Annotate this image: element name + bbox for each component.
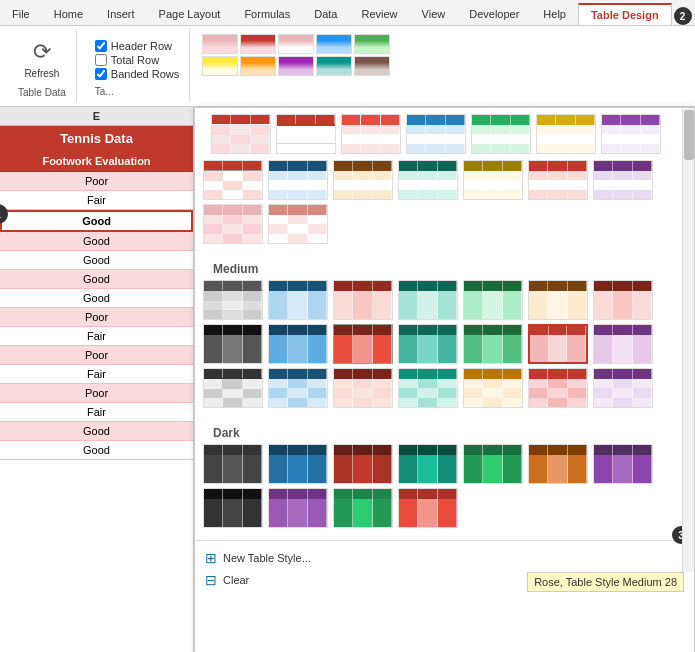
banded-rows-label: Banded Rows bbox=[111, 68, 180, 80]
style-thumb-l2-4[interactable] bbox=[398, 160, 458, 200]
style-thumb-light-3[interactable] bbox=[341, 114, 401, 154]
style-thumb-l2-6[interactable] bbox=[528, 160, 588, 200]
ribbon-thumb-10[interactable] bbox=[354, 56, 390, 76]
style-thumb-m3-7[interactable] bbox=[593, 368, 653, 408]
style-thumb-m2-7[interactable] bbox=[593, 324, 653, 364]
ribbon-thumb-7[interactable] bbox=[240, 56, 276, 76]
spreadsheet-title: Tennis Data bbox=[0, 126, 193, 151]
ribbon-thumb-9[interactable] bbox=[316, 56, 352, 76]
tab-review[interactable]: Review bbox=[349, 3, 409, 25]
style-thumb-m2-1[interactable] bbox=[203, 324, 263, 364]
tab-data[interactable]: Data bbox=[302, 3, 349, 25]
ribbon-thumb-6[interactable] bbox=[202, 56, 238, 76]
refresh-group: ⟳ Refresh Table Data bbox=[8, 30, 77, 102]
tab-page-layout[interactable]: Page Layout bbox=[147, 3, 233, 25]
style-thumb-m2-5[interactable] bbox=[463, 324, 523, 364]
style-thumb-l2-5[interactable] bbox=[463, 160, 523, 200]
tab-insert[interactable]: Insert bbox=[95, 3, 147, 25]
ribbon-thumb-1[interactable] bbox=[202, 34, 238, 54]
style-thumb-light-7[interactable] bbox=[601, 114, 661, 154]
ribbon-thumb-3[interactable] bbox=[278, 34, 314, 54]
tab-table-design[interactable]: Table Design bbox=[578, 3, 672, 25]
style-thumb-l2-7[interactable] bbox=[593, 160, 653, 200]
style-thumb-m1-6[interactable] bbox=[528, 280, 588, 320]
new-table-style-icon: ⊞ bbox=[205, 550, 217, 566]
ribbon-thumb-2[interactable] bbox=[240, 34, 276, 54]
style-thumb-d2-1[interactable] bbox=[203, 488, 263, 528]
new-table-style-button[interactable]: ⊞ New Table Style... bbox=[205, 547, 684, 569]
group-label-2: Ta... bbox=[95, 86, 180, 97]
clear-label: Clear bbox=[223, 574, 249, 586]
style-thumb-d1-3[interactable] bbox=[333, 444, 393, 484]
banded-rows-checkbox[interactable] bbox=[95, 68, 107, 80]
style-thumb-d1-6[interactable] bbox=[528, 444, 588, 484]
group-label-table-data: Table Data bbox=[18, 87, 66, 98]
style-thumb-light-2[interactable] bbox=[276, 114, 336, 154]
tab-view[interactable]: View bbox=[410, 3, 458, 25]
ribbon-thumb-4[interactable] bbox=[316, 34, 352, 54]
ribbon-thumb-8[interactable] bbox=[278, 56, 314, 76]
style-thumb-m1-2[interactable] bbox=[268, 280, 328, 320]
header-row-checkbox[interactable] bbox=[95, 40, 107, 52]
style-thumb-m1-5[interactable] bbox=[463, 280, 523, 320]
style-thumb-d2-2[interactable] bbox=[268, 488, 328, 528]
new-table-style-label: New Table Style... bbox=[223, 552, 311, 564]
refresh-label: Refresh bbox=[24, 68, 59, 79]
badge-2: 2 bbox=[674, 7, 692, 25]
style-thumb-m3-6[interactable] bbox=[528, 368, 588, 408]
scrollbar[interactable] bbox=[682, 108, 694, 572]
spreadsheet-panel: E Tennis Data Footwork Evaluation 1 Poor… bbox=[0, 107, 194, 652]
style-thumb-m1-1[interactable] bbox=[203, 280, 263, 320]
banded-rows-checkbox-row: Banded Rows bbox=[95, 68, 180, 80]
style-thumb-l2-1[interactable] bbox=[203, 160, 263, 200]
tab-file[interactable]: File bbox=[0, 3, 42, 25]
ribbon: File Home Insert Page Layout Formulas Da… bbox=[0, 0, 695, 107]
style-thumb-d2-4[interactable] bbox=[398, 488, 458, 528]
tab-formulas[interactable]: Formulas bbox=[232, 3, 302, 25]
style-thumb-m2-2[interactable] bbox=[268, 324, 328, 364]
style-thumb-m2-6-rose[interactable] bbox=[528, 324, 588, 364]
header-row-checkbox-row: Header Row bbox=[95, 40, 180, 52]
refresh-button[interactable]: ⟳ Refresh bbox=[18, 34, 65, 81]
ribbon-thumb-5[interactable] bbox=[354, 34, 390, 54]
style-thumb-m3-4[interactable] bbox=[398, 368, 458, 408]
table-row: Fair bbox=[0, 403, 193, 422]
style-thumb-l3-1[interactable] bbox=[203, 204, 263, 244]
table-row-selected[interactable]: Good bbox=[0, 210, 193, 232]
style-thumb-m1-4[interactable] bbox=[398, 280, 458, 320]
style-thumb-m3-1[interactable] bbox=[203, 368, 263, 408]
style-thumb-m2-3[interactable] bbox=[333, 324, 393, 364]
style-thumb-l2-3[interactable] bbox=[333, 160, 393, 200]
style-thumb-d2-3[interactable] bbox=[333, 488, 393, 528]
style-thumb-m3-2[interactable] bbox=[268, 368, 328, 408]
tab-help[interactable]: Help bbox=[531, 3, 578, 25]
scrollbar-thumb[interactable] bbox=[684, 110, 694, 160]
style-thumb-m3-5[interactable] bbox=[463, 368, 523, 408]
ribbon-style-gallery bbox=[198, 30, 687, 102]
style-thumb-d1-2[interactable] bbox=[268, 444, 328, 484]
tab-developer[interactable]: Developer bbox=[457, 3, 531, 25]
tab-home[interactable]: Home bbox=[42, 3, 95, 25]
ribbon-thumbs bbox=[202, 34, 390, 98]
style-thumb-light-5[interactable] bbox=[471, 114, 531, 154]
style-thumb-light-1[interactable] bbox=[211, 114, 271, 154]
style-thumb-d1-5[interactable] bbox=[463, 444, 523, 484]
style-thumb-light-6[interactable] bbox=[536, 114, 596, 154]
style-thumb-l3-2[interactable] bbox=[268, 204, 328, 244]
table-row: Good bbox=[0, 289, 193, 308]
medium-style-grid-2 bbox=[203, 324, 686, 368]
style-thumb-light-4[interactable] bbox=[406, 114, 466, 154]
checkboxes-group: Header Row Total Row Banded Rows Ta... bbox=[85, 30, 191, 102]
style-thumb-m2-4[interactable] bbox=[398, 324, 458, 364]
style-thumb-m1-3[interactable] bbox=[333, 280, 393, 320]
rows-container: 1 Poor Fair Good Good Good Good Good Poo… bbox=[0, 172, 193, 460]
style-thumb-d1-1[interactable] bbox=[203, 444, 263, 484]
style-thumb-m1-7[interactable] bbox=[593, 280, 653, 320]
style-thumb-l2-2[interactable] bbox=[268, 160, 328, 200]
total-row-checkbox-row: Total Row bbox=[95, 54, 180, 66]
style-thumb-m3-3[interactable] bbox=[333, 368, 393, 408]
total-row-checkbox[interactable] bbox=[95, 54, 107, 66]
style-thumb-d1-4[interactable] bbox=[398, 444, 458, 484]
light-style-grid-2 bbox=[203, 160, 686, 204]
style-thumb-d1-7[interactable] bbox=[593, 444, 653, 484]
